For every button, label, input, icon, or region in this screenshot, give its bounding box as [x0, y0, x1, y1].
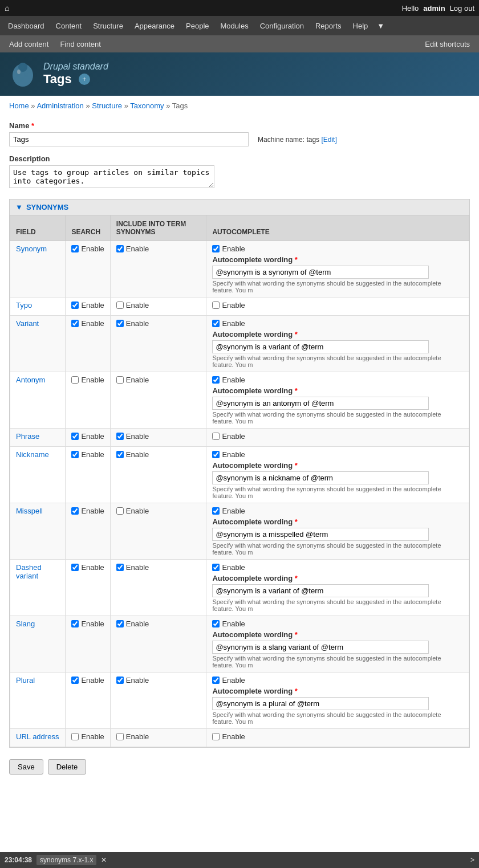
include-checkbox[interactable]: [116, 245, 124, 252]
search-checkbox[interactable]: [71, 376, 79, 384]
include-checkbox-label: Enable: [116, 507, 201, 515]
autocomplete-wording-input[interactable]: [212, 641, 429, 654]
edit-shortcuts-link[interactable]: Edit shortcuts: [420, 36, 474, 52]
autocomplete-wording-input[interactable]: [212, 584, 429, 597]
drupal-standard-text: Drupal standard: [43, 62, 108, 72]
include-checkbox[interactable]: [116, 433, 124, 440]
nav-dashboard[interactable]: Dashboard: [2, 17, 50, 35]
autocomplete-cell: EnableAutocomplete wording *Specify with…: [206, 560, 469, 616]
synonyms-header[interactable]: ▼ SYNONYMS: [10, 199, 469, 215]
search-cell: Enable: [66, 503, 110, 560]
include-checkbox[interactable]: [116, 677, 124, 684]
include-cell: Enable: [110, 429, 206, 447]
buttons-area: Save Delete: [9, 759, 470, 775]
breadcrumb-home[interactable]: Home: [9, 101, 29, 110]
autocomplete-enable-checkbox[interactable]: [212, 245, 220, 252]
autocomplete-enable-checkbox[interactable]: [212, 451, 220, 458]
tags-plus-icon[interactable]: +: [79, 74, 90, 85]
autocomplete-enable-checkbox[interactable]: [212, 301, 220, 309]
field-cell: Typo: [10, 298, 66, 316]
autocomplete-enable-checkbox[interactable]: [212, 733, 220, 740]
search-checkbox[interactable]: [71, 320, 79, 327]
search-cell: Enable: [66, 316, 110, 372]
breadcrumb-structure[interactable]: Structure: [92, 101, 122, 110]
autocomplete-wording-input[interactable]: [212, 340, 429, 353]
nav-configuration[interactable]: Configuration: [254, 17, 310, 35]
search-checkbox[interactable]: [71, 677, 79, 684]
add-content-link[interactable]: Add content: [5, 36, 53, 52]
autocomplete-wording-input[interactable]: [212, 397, 429, 410]
home-icon[interactable]: ⌂: [5, 3, 9, 13]
autocomplete-enable-checkbox[interactable]: [212, 620, 220, 627]
include-checkbox-label: Enable: [116, 432, 201, 441]
breadcrumb: Home » Administration » Structure » Taxo…: [0, 96, 479, 116]
autocomplete-enable-checkbox[interactable]: [212, 320, 220, 327]
autocomplete-enable-checkbox[interactable]: [212, 507, 220, 515]
delete-button[interactable]: Delete: [48, 759, 87, 775]
include-checkbox[interactable]: [116, 620, 124, 627]
nav-dropdown[interactable]: ▼: [374, 17, 388, 35]
search-checkbox[interactable]: [71, 733, 79, 740]
search-checkbox[interactable]: [71, 451, 79, 458]
include-checkbox[interactable]: [116, 507, 124, 515]
include-cell: Enable: [110, 673, 206, 729]
autocomplete-enable-checkbox[interactable]: [212, 677, 220, 684]
autocomplete-wording-input[interactable]: [212, 697, 429, 710]
nav-dropdown-button[interactable]: ▼: [374, 17, 388, 35]
search-checkbox[interactable]: [71, 564, 79, 571]
find-content-link[interactable]: Find content: [55, 36, 105, 52]
autocomplete-wording-input[interactable]: [212, 266, 429, 279]
include-checkbox[interactable]: [116, 451, 124, 458]
include-checkbox-label: Enable: [116, 732, 201, 741]
include-checkbox[interactable]: [116, 301, 124, 309]
nav-content[interactable]: Content: [50, 17, 88, 35]
field-cell: Dashed variant: [10, 560, 66, 616]
breadcrumb-sep4: »: [166, 101, 172, 110]
autocomplete-enable-checkbox[interactable]: [212, 564, 220, 571]
include-cell: Enable: [110, 372, 206, 429]
wording-label: Autocomplete wording *: [212, 517, 463, 526]
autocomplete-enable-label: Enable: [212, 244, 463, 253]
autocomplete-enable-label: Enable: [212, 563, 463, 572]
include-checkbox[interactable]: [116, 733, 124, 740]
save-button[interactable]: Save: [9, 759, 43, 775]
nav-appearance[interactable]: Appearance: [129, 17, 180, 35]
name-field-group: Name * Machine name: tags [Edit]: [9, 121, 470, 146]
nav-structure[interactable]: Structure: [87, 17, 129, 35]
search-checkbox-label: Enable: [71, 563, 104, 572]
nav-modules[interactable]: Modules: [215, 17, 254, 35]
include-checkbox[interactable]: [116, 376, 124, 384]
autocomplete-wording-input[interactable]: [212, 471, 429, 484]
breadcrumb-sep2: »: [86, 101, 92, 110]
breadcrumb-administration[interactable]: Administration: [36, 101, 83, 110]
include-checkbox[interactable]: [116, 564, 124, 571]
include-checkbox-label: Enable: [116, 676, 201, 684]
search-checkbox[interactable]: [71, 245, 79, 252]
breadcrumb-taxonomy[interactable]: Taxonomy: [130, 101, 164, 110]
include-checkbox[interactable]: [116, 320, 124, 327]
search-checkbox[interactable]: [71, 620, 79, 627]
table-row: Typo Enable Enable Enable: [10, 298, 469, 316]
wording-required: *: [295, 386, 298, 395]
page-title-area: Drupal standard Tags +: [43, 62, 108, 87]
search-checkbox[interactable]: [71, 433, 79, 440]
description-input[interactable]: Use tags to group articles on similar to…: [9, 165, 214, 188]
nav-reports[interactable]: Reports: [310, 17, 347, 35]
autocomplete-enable-checkbox[interactable]: [212, 433, 220, 440]
search-cell: Enable: [66, 241, 110, 298]
name-input[interactable]: [9, 132, 249, 146]
machine-name-text: Machine name: tags [Edit]: [258, 136, 337, 144]
search-checkbox[interactable]: [71, 507, 79, 515]
machine-name-edit-link[interactable]: [Edit]: [321, 136, 336, 144]
wording-required: *: [295, 574, 298, 582]
search-checkbox[interactable]: [71, 301, 79, 309]
nav-help[interactable]: Help: [347, 17, 374, 35]
autocomplete-cell: EnableAutocomplete wording *Specify with…: [206, 503, 469, 560]
drupal-logo: [9, 59, 36, 89]
autocomplete-enable-checkbox[interactable]: [212, 376, 220, 384]
include-checkbox-label: Enable: [116, 319, 201, 328]
nav-people[interactable]: People: [180, 17, 214, 35]
logout-link[interactable]: Log out: [450, 4, 474, 13]
autocomplete-wording-input[interactable]: [212, 528, 429, 541]
autocomplete-hint: Specify with what wording the synonyms s…: [212, 280, 463, 294]
